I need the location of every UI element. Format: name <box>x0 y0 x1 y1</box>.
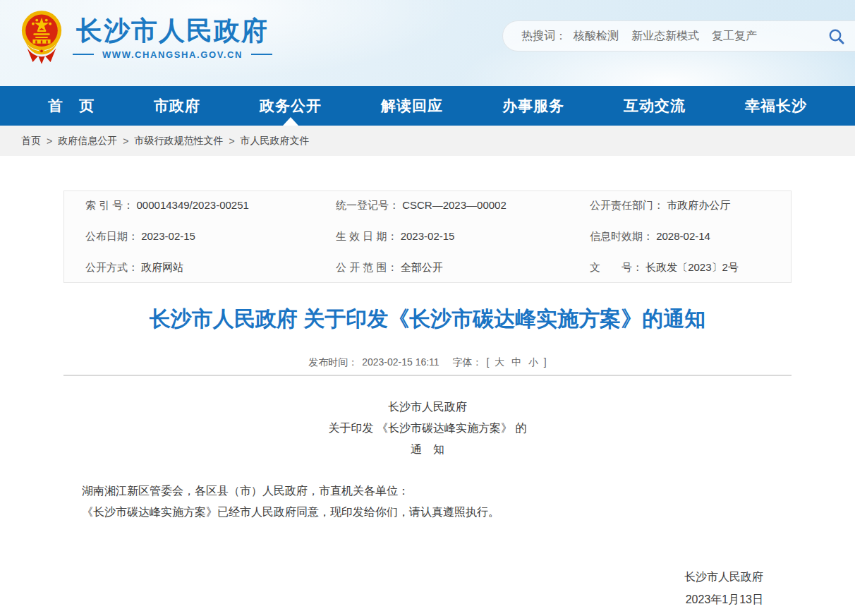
document-body: 长沙市人民政府 关于印发 《长沙市碳达峰实施方案》 的 通 知 湖南湘江新区管委… <box>63 397 792 611</box>
title-divider <box>63 375 792 376</box>
url-dash-right <box>251 54 272 55</box>
breadcrumb-separator: > <box>229 135 234 147</box>
nav-item-label: 办事服务 <box>502 96 564 116</box>
doc-heading-line-2: 关于印发 《长沙市碳达峰实施方案》 的 <box>63 418 792 439</box>
meta-disclosure-method: 公开方式： 政府网站 <box>85 261 336 274</box>
meta-responsible-dept: 公开责任部门： 市政府办公厅 <box>590 199 791 212</box>
signature-date: 2023年1月13日 <box>63 588 763 611</box>
breadcrumb-normative-docs[interactable]: 市级行政规范性文件 <box>134 135 223 147</box>
hot-search-term-2[interactable]: 新业态新模式 <box>631 29 699 44</box>
font-bracket-open: [ <box>486 356 489 368</box>
meta-label: 文 号： <box>590 261 645 273</box>
nav-item-label: 市政府 <box>154 96 200 116</box>
site-header: 长沙市人民政府 WWW.CHANGSHA.GOV.CN 热搜词： 核酸检测 新业… <box>0 0 855 86</box>
main-nav: 首 页 市政府 政务公开 解读回应 办事服务 互动交流 幸福长沙 <box>0 86 855 126</box>
meta-effective-date: 生 效 日 期： 2023-02-15 <box>336 230 590 243</box>
active-tab-indicator <box>283 117 298 126</box>
site-url-text: WWW.CHANGSHA.GOV.CN <box>102 49 243 60</box>
nav-item-label: 首 页 <box>48 96 95 116</box>
brand-text: 长沙市人民政府 WWW.CHANGSHA.GOV.CN <box>73 16 272 60</box>
font-size-medium-button[interactable]: 中 <box>511 356 521 368</box>
breadcrumb-gov-docs[interactable]: 市人民政府文件 <box>241 135 310 147</box>
document-meta-table: 索 引 号： 000014349/2023-00251 统一登记号： CSCR—… <box>63 191 792 283</box>
meta-label: 统一登记号： <box>336 199 402 211</box>
doc-paragraphs: 湖南湘江新区管委会，各区县（市）人民政府，市直机关各单位： 《长沙市碳达峰实施方… <box>63 481 792 523</box>
hot-search-label: 热搜词： <box>521 29 566 44</box>
meta-index-number: 索 引 号： 000014349/2023-00251 <box>85 199 336 212</box>
doc-heading-line-1: 长沙市人民政府 <box>63 397 792 418</box>
meta-publish-date: 公布日期： 2023-02-15 <box>85 230 336 243</box>
signature-block: 长沙市人民政府 2023年1月13日 <box>63 566 792 611</box>
meta-value: 市政府办公厅 <box>667 199 730 211</box>
publish-time-label: 发布时间： <box>308 356 358 368</box>
font-size-label: 字体： <box>453 356 483 368</box>
site-name: 长沙市人民政府 <box>76 16 269 47</box>
meta-label: 生 效 日 期： <box>336 230 401 242</box>
meta-label: 公开责任部门： <box>590 199 667 211</box>
site-url: WWW.CHANGSHA.GOV.CN <box>73 49 272 60</box>
nav-item-happy-changsha[interactable]: 幸福长沙 <box>745 86 807 126</box>
doc-heading-line-3: 通 知 <box>63 439 792 460</box>
meta-label: 信息时效期： <box>590 230 656 242</box>
nav-item-interpretation[interactable]: 解读回应 <box>381 86 443 126</box>
meta-unified-reg-number: 统一登记号： CSCR—2023—00002 <box>336 199 590 212</box>
meta-value: 政府网站 <box>141 261 183 273</box>
search-bar[interactable]: 热搜词： 核酸检测 新业态新模式 复工复产 <box>502 20 855 52</box>
nav-item-services[interactable]: 办事服务 <box>502 86 564 126</box>
signature-name: 长沙市人民政府 <box>63 566 763 588</box>
meta-value: 2023-02-15 <box>401 230 455 242</box>
breadcrumb-home[interactable]: 首页 <box>21 135 41 147</box>
font-size-small-button[interactable]: 小 <box>528 356 538 368</box>
meta-disclosure-scope: 公 开 范 围： 全部公开 <box>336 261 590 274</box>
breadcrumb-separator: > <box>123 135 128 147</box>
font-bracket-close: ] <box>544 356 547 368</box>
meta-label: 公布日期： <box>85 230 141 242</box>
meta-value: 2023-02-15 <box>141 230 195 242</box>
nav-item-interaction[interactable]: 互动交流 <box>624 86 686 126</box>
breadcrumb-separator: > <box>47 135 52 147</box>
publish-time-value: 2023-02-15 16:11 <box>362 356 439 368</box>
meta-label: 索 引 号： <box>85 199 137 211</box>
nav-item-label: 互动交流 <box>624 96 686 116</box>
breadcrumb: 首页 > 政府信息公开 > 市级行政规范性文件 > 市人民政府文件 <box>0 126 855 156</box>
meta-value: 2028-02-14 <box>656 230 710 242</box>
url-dash-left <box>73 54 94 55</box>
doc-paragraph: 湖南湘江新区管委会，各区县（市）人民政府，市直机关各单位： <box>63 481 792 502</box>
national-emblem-logo <box>20 8 63 66</box>
meta-value: CSCR—2023—00002 <box>402 199 507 211</box>
hot-search-term-3[interactable]: 复工复产 <box>712 29 757 44</box>
nav-item-label: 政务公开 <box>260 96 322 116</box>
meta-validity-period: 信息时效期： 2028-02-14 <box>590 230 791 243</box>
page-title: 长沙市人民政府 关于印发《长沙市碳达峰实施方案》的通知 <box>0 304 855 334</box>
nav-item-city-gov[interactable]: 市政府 <box>154 86 200 126</box>
page: 长沙市人民政府 WWW.CHANGSHA.GOV.CN 热搜词： 核酸检测 新业… <box>0 0 855 616</box>
font-size-large-button[interactable]: 大 <box>495 356 504 368</box>
nav-item-label: 解读回应 <box>381 96 443 116</box>
document-page: 索 引 号： 000014349/2023-00251 统一登记号： CSCR—… <box>0 156 855 616</box>
meta-doc-number: 文 号： 长政发〔2023〕2号 <box>590 261 791 274</box>
nav-item-label: 幸福长沙 <box>745 96 807 116</box>
site-brand[interactable]: 长沙市人民政府 WWW.CHANGSHA.GOV.CN <box>20 8 272 66</box>
publish-info-line: 发布时间： 2023-02-15 16:11 字体： [ 大 中 小 ] <box>0 356 855 369</box>
search-icon[interactable] <box>827 28 846 46</box>
meta-label: 公开方式： <box>85 261 141 273</box>
meta-label: 公 开 范 围： <box>336 261 401 273</box>
hot-search-term-1[interactable]: 核酸检测 <box>574 29 619 44</box>
nav-item-gov-openness[interactable]: 政务公开 <box>260 86 322 126</box>
meta-value: 000014349/2023-00251 <box>137 199 249 211</box>
breadcrumb-gov-info[interactable]: 政府信息公开 <box>58 135 117 147</box>
meta-value: 长政发〔2023〕2号 <box>645 261 739 273</box>
nav-item-home[interactable]: 首 页 <box>48 86 95 126</box>
meta-value: 全部公开 <box>401 261 443 273</box>
doc-paragraph: 《长沙市碳达峰实施方案》已经市人民政府同意，现印发给你们，请认真遵照执行。 <box>63 502 792 523</box>
